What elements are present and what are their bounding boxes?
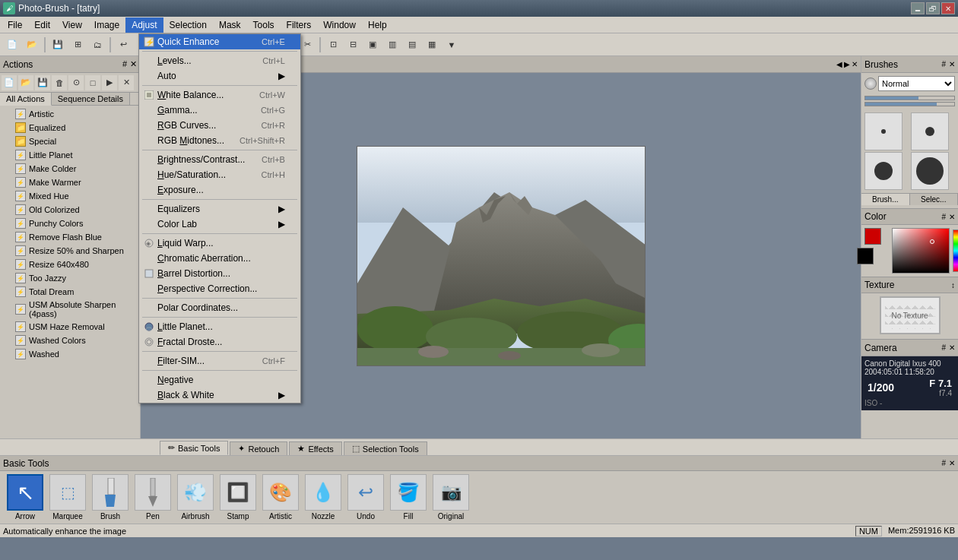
menu-window[interactable]: Window	[317, 17, 362, 33]
action-item-resize-640[interactable]: ⚡ Resize 640x480	[0, 258, 140, 271]
canvas-prev-icon[interactable]: ◀	[836, 60, 842, 68]
menu-barrel-distortion[interactable]: Barrel Distortion...	[139, 266, 300, 281]
tool-stamp[interactable]: 🔲 Stamp	[219, 474, 257, 520]
tool-undo[interactable]: ↩ Undo	[347, 474, 385, 520]
menu-selection[interactable]: Selection	[163, 17, 213, 33]
action-item-special[interactable]: 📁 Special	[0, 134, 140, 148]
tool-airbrush[interactable]: 💨 Airbrush	[176, 474, 214, 520]
tab-sequence-details[interactable]: Sequence Details	[52, 93, 130, 105]
toolbar-transform2[interactable]: ⊟	[344, 36, 362, 54]
menu-perspective-correction[interactable]: Perspective Correction...	[139, 281, 300, 296]
brushes-pin[interactable]: #	[941, 60, 946, 68]
action-item-little-planet[interactable]: ⚡ Little Planet	[0, 148, 140, 162]
canvas-close-icon[interactable]: ✕	[852, 60, 858, 68]
menu-color-lab[interactable]: Color Lab ▶	[139, 217, 300, 232]
action-item-equalized[interactable]: 📁 Equalized	[0, 121, 140, 134]
brush-sample-4[interactable]	[911, 152, 949, 190]
texture-pin[interactable]: ↕	[951, 281, 955, 289]
toolbar-b3[interactable]: ▤	[403, 36, 421, 54]
menu-auto[interactable]: Auto ▶	[139, 68, 300, 84]
menu-rgb-curves[interactable]: RGB Curves... Ctrl+R	[139, 118, 300, 133]
actions-circle-btn[interactable]: ⊙	[68, 75, 84, 90]
toolbar-b4[interactable]: ▦	[423, 36, 441, 54]
actions-delete-btn[interactable]: 🗑	[52, 75, 67, 90]
actions-square-btn[interactable]: □	[85, 75, 100, 90]
toolbar-transform[interactable]: ⊡	[324, 36, 342, 54]
action-item-artistic[interactable]: ⚡ Artistic	[0, 107, 140, 121]
menu-polar-coordinates[interactable]: Polar Coordinates...	[139, 300, 300, 315]
canvas-next-icon[interactable]: ▶	[844, 60, 850, 68]
tool-arrow[interactable]: ↖ Arrow	[6, 474, 44, 520]
basic-tools-pin[interactable]: #	[941, 459, 946, 467]
action-item-mixed-hue[interactable]: ⚡ Mixed Hue	[0, 189, 140, 203]
background-color-swatch[interactable]	[857, 248, 874, 264]
tool-marquee[interactable]: ⬚ Marquee	[49, 474, 87, 520]
menu-rgb-midtones[interactable]: RGB Midtones... Ctrl+Shift+R	[139, 133, 300, 148]
actions-save-btn[interactable]: 💾	[35, 75, 50, 90]
toolbar-save[interactable]: 💾	[49, 36, 67, 54]
actions-new-btn[interactable]: 📄	[2, 75, 17, 90]
tab-basic-tools[interactable]: ✏ Basic Tools	[160, 441, 228, 455]
tool-original[interactable]: 📷 Original	[432, 474, 470, 520]
menu-white-balance[interactable]: White Balance... Ctrl+W	[139, 87, 300, 103]
action-item-old-colorized[interactable]: ⚡ Old Colorized	[0, 203, 140, 217]
actions-close-icon[interactable]: ✕	[130, 59, 137, 69]
tool-nozzle[interactable]: 💧 Nozzle	[304, 474, 342, 520]
color-pin[interactable]: #	[941, 213, 946, 221]
action-item-usm-haze[interactable]: ⚡ USM Haze Removal	[0, 320, 140, 334]
menu-liquid-warp[interactable]: ◈ Liquid Warp...	[139, 236, 300, 251]
action-item-usm-sharpen[interactable]: ⚡ USM Absolute Sharpen (4pass)	[0, 299, 140, 320]
action-item-punchy-colors[interactable]: ⚡ Punchy Colors	[0, 217, 140, 230]
close-button[interactable]: ✕	[941, 2, 955, 14]
maximize-button[interactable]: 🗗	[926, 2, 940, 14]
action-item-washed[interactable]: ⚡ Washed	[0, 347, 140, 361]
actions-open-btn[interactable]: 📂	[18, 75, 33, 90]
toolbar-grid[interactable]: ⊞	[68, 36, 87, 54]
menu-view[interactable]: View	[56, 17, 88, 33]
menu-edit[interactable]: Edit	[28, 17, 56, 33]
tab-all-actions[interactable]: All Actions	[0, 93, 52, 106]
toolbar-open[interactable]: 📂	[23, 36, 41, 54]
tab-retouch[interactable]: ✦ Retouch	[230, 441, 287, 455]
toolbar-b2[interactable]: ▥	[383, 36, 401, 54]
toolbar-b1[interactable]: ▣	[363, 36, 382, 54]
actions-stop-btn[interactable]: ✕	[119, 75, 134, 90]
menu-equalizers[interactable]: Equalizers ▶	[139, 201, 300, 217]
brush-tab-select[interactable]: Selec...	[910, 194, 959, 205]
color-gradient-picker[interactable]	[892, 228, 950, 274]
actions-play-btn[interactable]: ▶	[102, 75, 117, 90]
texture-preview[interactable]: No Texture	[880, 296, 941, 334]
basic-tools-close-icon[interactable]: ✕	[949, 459, 955, 467]
brush-tab-brush[interactable]: Brush...	[861, 194, 910, 205]
menu-black-white[interactable]: Black & White ▶	[139, 388, 300, 403]
menu-levels[interactable]: Levels... Ctrl+L	[139, 53, 300, 68]
tool-brush[interactable]: Brush	[91, 474, 129, 520]
menu-brightness-contrast[interactable]: Brightness/Contrast... Ctrl+B	[139, 152, 300, 167]
tool-fill[interactable]: 🪣 Fill	[389, 474, 427, 520]
menu-fractal-droste[interactable]: Fractal Droste...	[139, 334, 300, 350]
brush-sample-3[interactable]	[864, 152, 902, 190]
menu-quick-enhance[interactable]: ⚡ Quick Enhance Ctrl+E	[139, 34, 300, 49]
menu-negative[interactable]: Negative	[139, 372, 300, 388]
camera-close-icon[interactable]: ✕	[949, 343, 955, 352]
action-item-make-colder[interactable]: ⚡ Make Colder	[0, 162, 140, 176]
brush-sample-2[interactable]	[911, 112, 949, 150]
toolbar-browse[interactable]: 🗂	[88, 36, 106, 54]
toolbar-more[interactable]: ▼	[443, 36, 461, 54]
tool-artistic[interactable]: 🎨 Artistic	[262, 474, 300, 520]
tab-selection-tools[interactable]: ⬚ Selection Tools	[344, 441, 427, 455]
brush-opacity-slider[interactable]	[864, 102, 955, 106]
toolbar-undo-action[interactable]: ↩	[114, 36, 132, 54]
action-item-total-dream[interactable]: ⚡ Total Dream	[0, 285, 140, 299]
minimize-button[interactable]: 🗕	[911, 2, 925, 14]
menu-hue-saturation[interactable]: Hue/Saturation... Ctrl+H	[139, 167, 300, 182]
brushes-mode-dropdown[interactable]: Normal Multiply Screen Overlay	[878, 76, 955, 91]
actions-pin[interactable]: #	[122, 59, 127, 69]
menu-image[interactable]: Image	[88, 17, 125, 33]
menu-filters[interactable]: Filters	[281, 17, 318, 33]
brushes-close-icon[interactable]: ✕	[949, 60, 955, 68]
action-item-resize-sharpen[interactable]: ⚡ Resize 50% and Sharpen	[0, 244, 140, 258]
tool-pen[interactable]: Pen	[134, 474, 172, 520]
menu-chromatic-aberration[interactable]: Chromatic Aberration...	[139, 251, 300, 266]
menu-help[interactable]: Help	[362, 17, 393, 33]
